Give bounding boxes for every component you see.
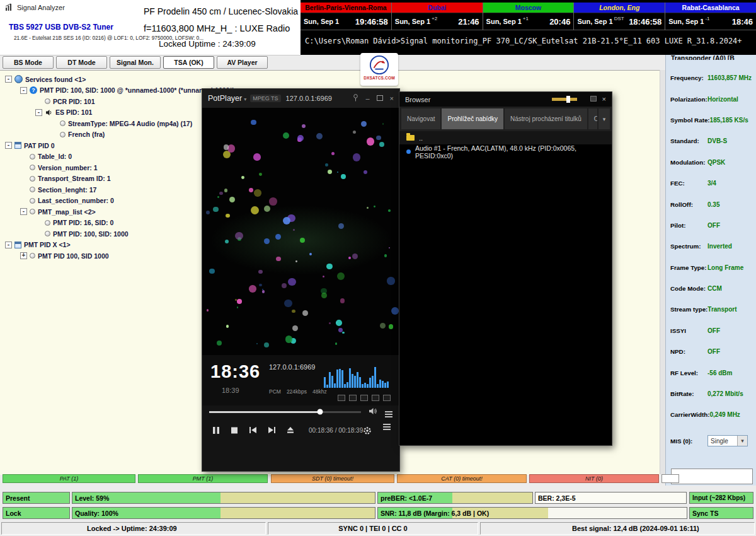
transponder-row: Modulation: QPSK	[666, 152, 756, 173]
mode-tab[interactable]: AV Player	[217, 56, 268, 69]
clock-city-label: Moscow	[483, 3, 574, 13]
tree-item-label: French (fra)	[68, 131, 105, 138]
info-toolbar-icon[interactable]	[372, 395, 379, 401]
menu-icon[interactable]	[383, 426, 391, 428]
mode-tab[interactable]: TSA (OK)	[163, 56, 214, 69]
browser-tab-dropdown[interactable]: ▾	[598, 108, 610, 129]
audio-track-item[interactable]: Audio #1 - French, AAC(LATM), 48.0 kHz (…	[399, 145, 612, 158]
seek-handle[interactable]	[317, 409, 323, 415]
transponder-field-label: Spectrum:	[670, 243, 707, 250]
mode-tab[interactable]: BS Mode	[3, 56, 54, 69]
clock-column: Moscow Sun, Sep 1 +1 20:46	[483, 3, 574, 30]
browser-tab[interactable]: Nástroj procházení titulků	[505, 108, 587, 129]
transponder-field-value: OFF	[707, 222, 720, 229]
transponder-field-value: Long Frame	[707, 264, 743, 271]
seek-row	[202, 405, 399, 418]
tree-expander-icon[interactable]: -	[5, 76, 12, 83]
minimize-icon[interactable]	[590, 96, 597, 103]
opacity-slider-knob[interactable]	[566, 96, 570, 103]
seek-slider[interactable]	[209, 411, 361, 413]
pin-icon[interactable]	[353, 94, 358, 103]
transponder-field-label: Polarization:	[670, 96, 707, 103]
tree-expander-icon[interactable]: -	[5, 242, 12, 248]
tree-expander-icon[interactable]: +	[20, 252, 27, 259]
info-toolbar-icon[interactable]	[360, 395, 368, 401]
preber-bar: preBER: <1.0E-7	[377, 492, 533, 504]
potplayer-window: PotPlayer ▾ MPEG TS 127.0.0.1:6969 – × 1…	[202, 88, 400, 472]
transponder-field-label: ISSYI	[670, 327, 707, 334]
previous-button[interactable]	[249, 426, 257, 434]
video-area[interactable]	[202, 108, 399, 355]
tree-item-icon	[45, 231, 50, 236]
app-icon	[5, 3, 13, 11]
mode-tab[interactable]: DT Mode	[56, 56, 107, 69]
caret-down-icon[interactable]: ▾	[244, 96, 246, 102]
transponder-row: ISSYI OFF	[666, 320, 756, 341]
statusbar-uptime: Locked -> Uptime: 24:39:09	[1, 522, 266, 535]
mis-value: Single	[711, 438, 728, 445]
psi-table-bar: SDT (0) timeout!	[271, 474, 394, 483]
maximize-icon[interactable]	[377, 95, 383, 102]
opacity-slider[interactable]	[552, 98, 577, 101]
parent-directory-item[interactable]: ..	[399, 131, 612, 144]
psi-status-row: PAT (1) PMT (1) SDT (0) timeout! CAT (0)…	[0, 474, 756, 484]
browser-tabs: NavigovatProhlížeč nabídkyNástroj prochá…	[401, 108, 597, 129]
info-toolbar-icon[interactable]	[349, 395, 357, 401]
tree-expander-icon[interactable]: -	[5, 142, 12, 149]
sync-ts-label: Sync TS	[692, 510, 718, 517]
level-bar: Level: 59%	[72, 492, 375, 504]
info-toolbar-icon[interactable]	[338, 395, 345, 401]
clock-city-label: London, Eng	[574, 3, 665, 13]
browser-tab[interactable]: Navigovat	[401, 108, 440, 129]
pause-button[interactable]	[212, 426, 220, 434]
audio-samplerate: 48khz	[312, 388, 327, 395]
transponder-row: FEC: 3/4	[666, 173, 756, 194]
potplayer-titlebar[interactable]: PotPlayer ▾ MPEG TS 127.0.0.1:6969 – ×	[202, 89, 399, 108]
transponder-row: NPD: OFF	[666, 341, 756, 362]
settings-gear-icon[interactable]	[363, 426, 372, 435]
tree-item-label: ES PID: 101	[55, 108, 92, 116]
tree-expander-icon[interactable]: -	[20, 87, 27, 94]
app-titlebar: Signal Analyzer	[5, 3, 65, 11]
sync-ts-indicator: Sync TS	[689, 507, 753, 519]
tree-item-label: PMT PID: 16, SID: 0	[53, 219, 113, 226]
statusbar-best-signal-label: Best signal: 12,4 dB (2024-09-01 16:11)	[572, 525, 699, 532]
mis-select[interactable]: Single ▾	[707, 435, 748, 446]
psi-bar-label: CAT (0) timeout!	[441, 475, 482, 482]
duration-small-label: 18:39	[222, 387, 239, 394]
preber-label: preBER: <1.0E-7	[381, 494, 432, 502]
tree-item-icon: ?	[30, 86, 37, 94]
info-toolbar	[338, 395, 391, 401]
browser-titlebar[interactable]: Browser ×	[399, 92, 612, 107]
psi-table-bar: PMT (1)	[138, 474, 268, 483]
tree-expander-icon[interactable]: -	[35, 109, 42, 116]
tree-item[interactable]: - Services found <1>	[0, 74, 660, 85]
transponder-row: BitRate: 0,272 Mbit/s	[666, 383, 756, 404]
volume-icon[interactable]	[369, 406, 377, 417]
transponder-field-label: CarrierWidth:	[670, 411, 710, 418]
playlist-icon[interactable]	[385, 406, 392, 417]
mode-tab[interactable]: Signal Mon.	[110, 56, 161, 69]
close-icon[interactable]: ×	[602, 96, 606, 103]
browser-tab[interactable]: Prohlížeč nabídky	[442, 108, 503, 129]
tree-item-icon	[45, 108, 53, 117]
transponder-rows: Frequency: 11603,857 MHz Polarization: H…	[666, 67, 756, 426]
transponder-field-label: Code Mode:	[670, 285, 707, 292]
antenna-info: PF Prodelin 450 cm / Lucenec-Slovakia	[144, 6, 298, 16]
transponder-row: Stream type: Transport	[666, 299, 756, 320]
audio-codec: PCM	[269, 388, 281, 395]
transponder-field-value: 0,249 MHz	[710, 411, 740, 418]
source-url-label: 127.0.0.1:6969	[269, 363, 315, 371]
stop-button[interactable]	[231, 426, 238, 434]
next-button[interactable]	[268, 426, 276, 434]
eject-button[interactable]	[287, 426, 294, 434]
transponder-field-value: QPSK	[707, 159, 725, 166]
close-icon[interactable]: ×	[390, 95, 394, 102]
minimize-icon[interactable]: –	[365, 95, 369, 102]
transponder-row: RollOff: 0.35	[666, 194, 756, 214]
audio-bitrate: 224kbps	[287, 388, 307, 395]
tree-item-icon	[14, 142, 21, 149]
info-toolbar-icon[interactable]	[383, 395, 391, 401]
browser-tab[interactable]: Online S	[588, 108, 597, 129]
tree-expander-icon[interactable]: -	[20, 208, 27, 215]
